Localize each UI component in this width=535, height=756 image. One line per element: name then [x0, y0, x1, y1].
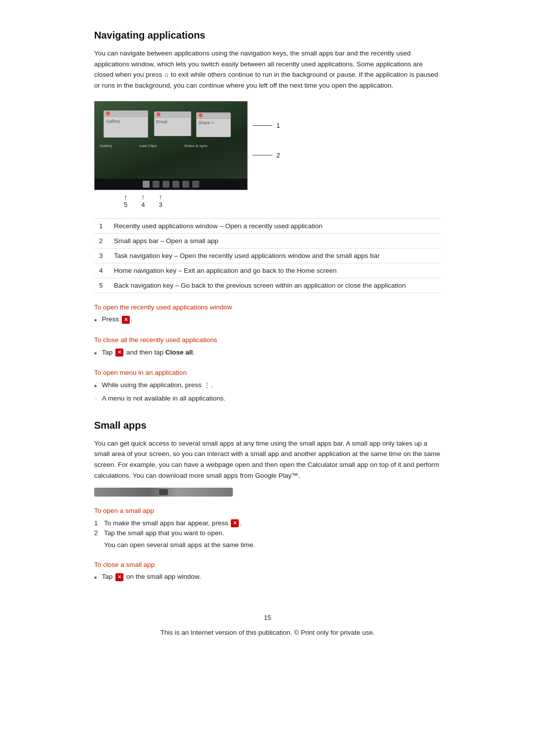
- note-dash: ·: [95, 395, 97, 402]
- subsection-open-small-app-title: To open a small app: [94, 505, 441, 516]
- item-text: Back navigation key – Go back to the pre…: [109, 278, 441, 293]
- bullet-dot-3: •: [94, 381, 97, 392]
- open-recent-text: Press ✕.: [102, 315, 133, 323]
- nav-numbers: ↑ 5 ↑ 4 ↑ 3: [124, 193, 162, 208]
- screenshot-area: Gallery Email Share > GalleryLast Cli: [94, 101, 441, 208]
- open-small-app-note: You can open several small apps at the s…: [104, 540, 441, 551]
- item-num: 5: [94, 278, 109, 293]
- subsection-close-small-app-title: To close a small app: [94, 559, 441, 570]
- close-small-app-text: Tap ✕ on the small app window.: [102, 573, 201, 581]
- small-apps-center-icon: [159, 489, 168, 495]
- small-apps-intro: You can get quick access to several smal…: [94, 438, 441, 481]
- menu-note-text: A menu is not available in all applicati…: [102, 395, 225, 402]
- subsection-open-recent-title: To open the recently used applications w…: [94, 302, 441, 313]
- step-2-text: Tap the small app that you want to open.: [104, 529, 224, 537]
- bullet-dot-2: •: [94, 349, 97, 359]
- home-icon: ⌂: [164, 70, 168, 80]
- callout-1: 1: [253, 122, 280, 129]
- nav-apps-intro: You can navigate between applications us…: [94, 48, 441, 91]
- subsection-close-all: To close all the recently used applicati…: [94, 335, 441, 358]
- step-2: 2 Tap the small app that you want to ope…: [94, 529, 441, 537]
- subsection-close-all-title: To close all the recently used applicati…: [94, 335, 441, 346]
- subsection-open-menu: To open menu in an application • While u…: [94, 367, 441, 402]
- callout-lines: 1 2: [253, 101, 280, 190]
- item-num: 1: [94, 218, 109, 233]
- item-num: 2: [94, 233, 109, 248]
- menu-icon: ⋮: [204, 382, 210, 389]
- open-recent-bullet: • Press ✕.: [94, 315, 441, 326]
- task-icon: ✕: [122, 316, 130, 324]
- item-text: Recently used applications window – Open…: [109, 218, 441, 233]
- subsection-open-recent: To open the recently used applications w…: [94, 302, 441, 326]
- table-row: 3 Task navigation key – Open the recentl…: [94, 248, 441, 263]
- nav-apps-section: Navigating applications You can navigate…: [94, 30, 441, 402]
- page-footer: 15 This is an Internet version of this p…: [94, 613, 441, 638]
- task-icon-4: ✕: [115, 573, 123, 581]
- subsection-open-small-app: To open a small app 1 To make the small …: [94, 505, 441, 551]
- items-table: 1 Recently used applications window – Op…: [94, 218, 441, 293]
- small-apps-title: Small apps: [94, 420, 441, 431]
- nav-num-5: 5: [124, 201, 127, 208]
- subsection-open-menu-title: To open menu in an application: [94, 367, 441, 378]
- page-number: 15: [94, 613, 441, 623]
- callout-2: 2: [253, 151, 280, 159]
- open-menu-bullet: • While using the application, press ⋮.: [94, 381, 441, 392]
- close-all-bullet: • Tap ✕ and then tap Close all.: [94, 349, 441, 359]
- item-num: 3: [94, 248, 109, 263]
- nav-num-4: 4: [141, 201, 145, 208]
- table-row: 2 Small apps bar – Open a small app: [94, 233, 441, 248]
- nav-num-3: 3: [159, 201, 162, 208]
- open-menu-text: While using the application, press ⋮.: [102, 381, 214, 389]
- screenshot-box: Gallery Email Share > GalleryLast Cli: [94, 101, 248, 190]
- step-1: 1 To make the small apps bar appear, pre…: [94, 519, 441, 527]
- item-num: 4: [94, 263, 109, 278]
- task-icon-3: ✕: [231, 519, 239, 527]
- nav-apps-title: Navigating applications: [94, 30, 441, 41]
- item-text: Home navigation key – Exit an applicatio…: [109, 263, 441, 278]
- step-1-text: To make the small apps bar appear, press…: [104, 519, 242, 527]
- table-row: 4 Home navigation key – Exit an applicat…: [94, 263, 441, 278]
- item-text: Task navigation key – Open the recently …: [109, 248, 441, 263]
- taskbar: [95, 179, 247, 190]
- item-text: Small apps bar – Open a small app: [109, 233, 441, 248]
- open-small-app-steps: 1 To make the small apps bar appear, pre…: [94, 519, 441, 537]
- table-row: 1 Recently used applications window – Op…: [94, 218, 441, 233]
- table-row: 5 Back navigation key – Go back to the p…: [94, 278, 441, 293]
- footer-text: This is an Internet version of this publ…: [94, 627, 441, 638]
- small-apps-section: Small apps You can get quick access to s…: [94, 420, 441, 583]
- close-small-app-bullet: • Tap ✕ on the small app window.: [94, 573, 441, 583]
- small-apps-bar-illustration: [94, 488, 233, 497]
- close-all-text: Tap ✕ and then tap Close all.: [102, 349, 195, 356]
- subsection-close-small-app: To close a small app • Tap ✕ on the smal…: [94, 559, 441, 583]
- task-icon-2: ✕: [115, 349, 123, 356]
- bullet-dot: •: [94, 315, 97, 326]
- bullet-dot-4: •: [94, 573, 97, 583]
- menu-note: · A menu is not available in all applica…: [94, 395, 441, 402]
